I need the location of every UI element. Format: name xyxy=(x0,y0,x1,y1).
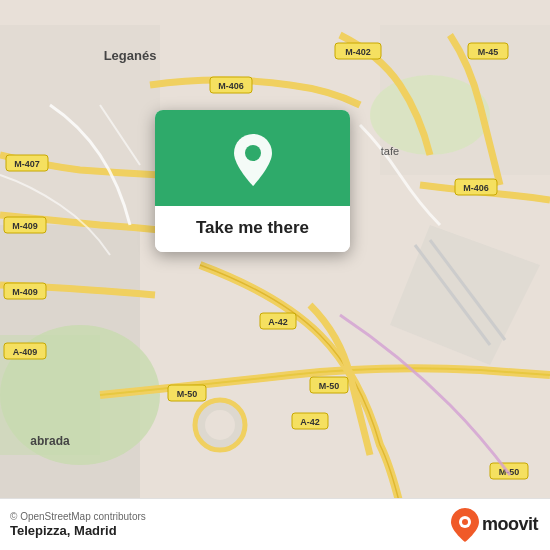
popup-card: Take me there xyxy=(155,110,350,252)
svg-text:Leganés: Leganés xyxy=(104,48,157,63)
svg-point-41 xyxy=(245,145,261,161)
location-pin-icon xyxy=(229,132,277,188)
bottom-bar: © OpenStreetMap contributors Telepizza, … xyxy=(0,498,550,550)
svg-point-11 xyxy=(205,410,235,440)
svg-text:M-409: M-409 xyxy=(12,287,38,297)
svg-text:M-407: M-407 xyxy=(14,159,40,169)
svg-text:abrada: abrada xyxy=(30,434,70,448)
place-name-label: Telepizza, Madrid xyxy=(10,523,146,538)
moovit-pin-icon xyxy=(450,507,480,543)
take-me-there-button[interactable]: Take me there xyxy=(155,206,350,252)
svg-text:M-45: M-45 xyxy=(478,47,499,57)
svg-text:M-406: M-406 xyxy=(218,81,244,91)
svg-text:A-409: A-409 xyxy=(13,347,38,357)
osm-attribution: © OpenStreetMap contributors xyxy=(10,511,146,522)
svg-point-43 xyxy=(462,519,468,525)
map-container: M-402 M-45 M-407 M-406 M-409 M-409 M-50 … xyxy=(0,0,550,550)
map-svg: M-402 M-45 M-407 M-406 M-409 M-409 M-50 … xyxy=(0,0,550,550)
moovit-text-label: moovit xyxy=(482,514,538,535)
svg-text:M-406: M-406 xyxy=(463,183,489,193)
svg-text:tafe: tafe xyxy=(381,145,399,157)
svg-text:M-409: M-409 xyxy=(12,221,38,231)
svg-text:A-42: A-42 xyxy=(300,417,320,427)
svg-text:M-402: M-402 xyxy=(345,47,371,57)
bottom-left-info: © OpenStreetMap contributors Telepizza, … xyxy=(10,511,146,538)
svg-text:A-42: A-42 xyxy=(268,317,288,327)
popup-green-area xyxy=(155,110,350,206)
moovit-logo: moovit xyxy=(450,507,538,543)
svg-text:M-50: M-50 xyxy=(319,381,340,391)
svg-text:M-50: M-50 xyxy=(177,389,198,399)
